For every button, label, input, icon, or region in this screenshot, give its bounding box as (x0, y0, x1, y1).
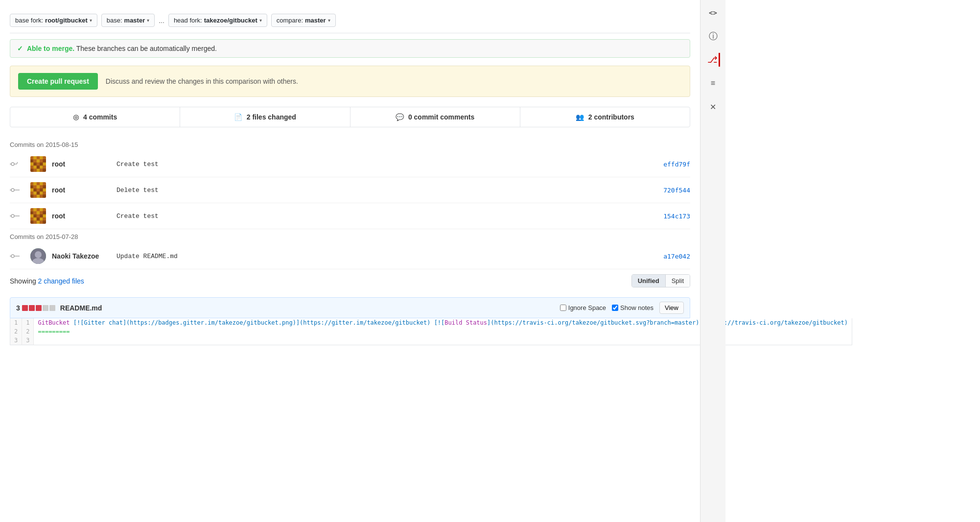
file-diff-container: 3 README.md Ignore Space (10, 297, 690, 345)
commit-hash-1[interactable]: effd79f (663, 161, 690, 168)
svg-rect-13 (43, 159, 46, 162)
diff-sq-red-1 (22, 305, 28, 311)
commit-author-3[interactable]: root (52, 212, 111, 220)
svg-rect-26 (37, 169, 40, 172)
avatar-root-2 (30, 182, 46, 198)
svg-rect-15 (33, 163, 36, 166)
diff-table: 1 1 GitBucket [![Gitter chat](https://ba… (10, 318, 852, 345)
split-button[interactable]: Split (666, 275, 690, 287)
svg-rect-11 (37, 159, 40, 162)
base-caret: ▾ (147, 18, 149, 23)
diff-sq-grey-1 (43, 305, 48, 311)
contributors-count: 2 (588, 113, 592, 121)
svg-rect-80 (30, 221, 33, 224)
svg-rect-18 (43, 163, 46, 166)
diff-line-num-left-2: 2 (10, 327, 22, 336)
commit-hash-2[interactable]: 720f544 (663, 187, 690, 194)
show-notes-checkbox[interactable] (612, 305, 618, 311)
file-options: Ignore Space Show notes View (560, 302, 684, 314)
svg-rect-27 (40, 169, 43, 172)
svg-rect-32 (30, 182, 33, 185)
info-icon[interactable]: ⓘ (706, 29, 720, 43)
ignore-space-checkbox[interactable] (560, 305, 566, 311)
avatar-root-1 (30, 156, 46, 172)
svg-rect-16 (37, 163, 40, 166)
commit-row: Naoki Takezoe Update README.md a17e042 (10, 243, 690, 269)
svg-rect-38 (33, 185, 36, 188)
commit-author-2[interactable]: root (52, 186, 111, 194)
compare-button[interactable]: compare: master ▾ (271, 14, 336, 27)
commit-message-2: Delete test (117, 187, 657, 194)
svg-rect-34 (37, 182, 40, 185)
view-toggle: Unified Split (631, 274, 690, 287)
base-label: base: (107, 17, 122, 24)
base-fork-button[interactable]: base fork: root/gitbucket ▾ (10, 14, 97, 27)
code-icon[interactable]: <> (706, 6, 720, 20)
tools-icon[interactable]: ✕ (706, 100, 720, 114)
commit-message-4: Update README.md (117, 253, 657, 260)
svg-rect-21 (37, 166, 40, 168)
compare-caret: ▾ (328, 18, 330, 23)
commit-author-4[interactable]: Naoki Takezoe (52, 252, 111, 260)
svg-point-0 (11, 163, 14, 166)
changed-files-link[interactable]: 2 changed files (38, 277, 84, 285)
commits-stat: ◎ 4 commits (10, 107, 180, 127)
svg-rect-55 (40, 195, 43, 198)
view-file-button[interactable]: View (659, 302, 684, 314)
svg-rect-49 (37, 191, 40, 194)
commit-date-header-2: Commits on 2015-07-28 (10, 229, 690, 243)
svg-rect-84 (43, 221, 46, 224)
commit-graph-icon (10, 160, 24, 168)
commit-row: root Create test effd79f (10, 151, 690, 177)
file-diff-header: 3 README.md Ignore Space (10, 297, 690, 318)
svg-rect-67 (37, 211, 40, 214)
svg-rect-43 (33, 189, 36, 191)
commit-hash-3[interactable]: 154c173 (663, 213, 690, 220)
commit-hash-4[interactable]: a17e042 (663, 253, 690, 260)
svg-rect-62 (37, 208, 40, 211)
fork-selector-bar: base fork: root/gitbucket ▾ base: master… (10, 8, 690, 33)
commit-author-1[interactable]: root (52, 160, 111, 168)
diff-line-num-left: 1 (10, 318, 22, 327)
showing-label: Showing (10, 277, 36, 285)
diff-line-num-right: 1 (22, 318, 34, 327)
compare-label: compare: (277, 17, 303, 24)
svg-rect-14 (30, 163, 33, 166)
svg-rect-52 (30, 195, 33, 198)
create-pull-request-button[interactable]: Create pull request (18, 73, 98, 90)
svg-rect-39 (37, 185, 40, 188)
diff-sq-red-3 (36, 305, 42, 311)
ignore-space-label[interactable]: Ignore Space (560, 304, 606, 311)
base-branch-button[interactable]: base: master ▾ (101, 14, 155, 27)
files-count: 2 (247, 113, 251, 121)
stats-bar: ◎ 4 commits 📄 2 files changed 💬 0 commit… (10, 107, 690, 127)
svg-rect-63 (40, 208, 43, 211)
show-notes-label[interactable]: Show notes (612, 304, 653, 311)
unified-button[interactable]: Unified (632, 275, 666, 287)
merge-status-bar: ✓ Able to merge. These branches can be a… (10, 39, 690, 58)
head-fork-button[interactable]: head fork: takezoe/gitbucket ▾ (168, 14, 267, 27)
svg-rect-23 (43, 166, 46, 168)
contributors-icon: 👥 (576, 113, 584, 121)
commit-graph-icon (10, 212, 24, 220)
svg-rect-8 (43, 156, 46, 159)
svg-rect-20 (33, 166, 36, 168)
svg-rect-45 (40, 189, 43, 191)
pr-icon[interactable]: ⎇ (706, 53, 720, 67)
svg-rect-22 (40, 166, 43, 168)
svg-rect-46 (43, 189, 46, 191)
svg-rect-65 (30, 211, 33, 214)
create-pr-panel: Create pull request Discuss and review t… (10, 66, 690, 97)
svg-rect-19 (30, 166, 33, 168)
svg-rect-48 (33, 191, 36, 194)
svg-rect-68 (40, 211, 43, 214)
svg-rect-81 (33, 221, 36, 224)
svg-rect-51 (43, 191, 46, 194)
svg-rect-4 (30, 156, 33, 159)
svg-rect-36 (43, 182, 46, 185)
svg-rect-64 (43, 208, 46, 211)
svg-rect-83 (40, 221, 43, 224)
book-icon[interactable]: ≡ (706, 76, 720, 90)
merge-desc-text: These branches can be automatically merg… (76, 45, 217, 52)
svg-rect-17 (40, 163, 43, 166)
